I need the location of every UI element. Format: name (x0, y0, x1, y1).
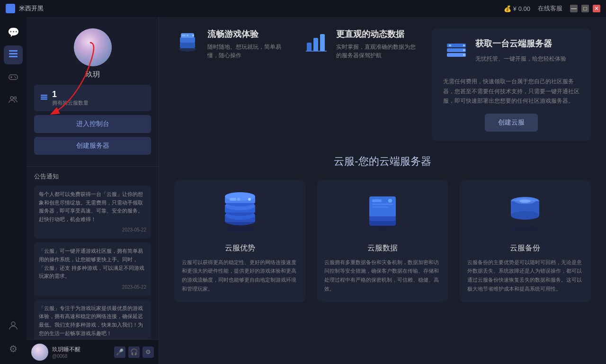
right-box-icon (443, 38, 470, 66)
username: 玖玥 (86, 70, 100, 79)
card-data: 云服数据 云服拥有多重数据备份和灾备机制，数据加密和访问控制等安全措施，确保客户… (317, 180, 448, 303)
svg-point-9 (14, 97, 17, 99)
sidebar-item-server[interactable] (4, 45, 23, 64)
team-icon (8, 94, 18, 107)
maximize-btn[interactable]: □ (581, 5, 589, 12)
right-box-desc: 无需任何费用，快速领取一台属于您自己的社区服务器，您甚至不需要任何技术支持，只需… (443, 77, 579, 106)
stats-icon (40, 93, 48, 103)
stats-card: 1 拥有的云服数量 (34, 85, 151, 111)
create-server-btn[interactable]: 创建服务器 (34, 137, 151, 155)
svg-rect-15 (180, 42, 195, 48)
app-logo (6, 4, 15, 13)
announcement-title: 公告通知 (34, 172, 151, 181)
app-body: 💬 (0, 17, 606, 364)
mic-icon: 🎤 (116, 348, 124, 355)
svg-rect-19 (187, 35, 188, 36)
svg-rect-13 (41, 98, 47, 100)
svg-point-29 (463, 44, 465, 46)
online-service-btn[interactable]: 在线客服 (538, 4, 562, 13)
game-icon (8, 71, 18, 84)
user-section: 玖玥 1 拥有的云服数量 进入控制台 创建服务器 (27, 17, 159, 167)
svg-point-10 (11, 322, 15, 326)
stats-label: 拥有的云服数量 (52, 99, 145, 107)
card-title-2: 云服数据 (324, 243, 440, 253)
right-feature-box: 获取一台云端服务器 无忧托管、一键开服，给您轻松体验 无需任何费用，快速领取一台… (432, 28, 591, 141)
titlebar-left: 米西开黑 (6, 4, 44, 13)
card-desc-2: 云服拥有多重数据备份和灾备机制，数据加密和访问控制等安全措施，确保客户数据在传输… (324, 258, 440, 293)
titlebar-right: 💰 ¥ 0.00 在线客服 — □ ✕ (504, 4, 600, 13)
svg-rect-23 (320, 34, 325, 51)
sidebar-icons: 💬 (0, 17, 27, 364)
feature-desc-2: 实时掌握，直观准确的数据为您的服务器保驾护航 (336, 43, 417, 60)
enter-console-btn[interactable]: 进入控制台 (34, 115, 151, 133)
card-advantage: 云服优势 云服可以获得更高的稳定性、更好的网络连接速度和更强大的硬件性能，提供更… (174, 180, 305, 303)
bottom-user-bar: 玖玥睡不醒 @0068 🎤 🎧 ⚙ (27, 339, 159, 364)
wallet-amount: ¥ 0.00 (513, 5, 530, 12)
avatar[interactable] (74, 28, 112, 66)
bottom-uid: @0068 (52, 354, 110, 359)
gear-icon: ⚙ (145, 348, 151, 355)
card-icon-wrapper-3 (467, 189, 583, 237)
features-row: 流畅游戏体验 随时随地、想玩就玩，简单易懂，随心操作 (174, 28, 591, 141)
headphone-btn[interactable]: 🎧 (128, 346, 140, 358)
mic-btn[interactable]: 🎤 (114, 346, 125, 358)
svg-rect-11 (41, 95, 47, 96)
svg-point-6 (14, 76, 15, 77)
svg-point-58 (519, 199, 531, 203)
svg-point-32 (225, 225, 255, 232)
svg-rect-28 (449, 44, 451, 46)
svg-rect-2 (9, 56, 18, 57)
svg-rect-51 (372, 206, 389, 208)
settings-btn[interactable]: ⚙ (143, 346, 154, 358)
svg-rect-0 (9, 50, 18, 52)
server-list-icon (8, 49, 18, 62)
card-title-1: 云服优势 (182, 243, 298, 253)
svg-point-31 (463, 54, 465, 56)
feature-text-1: 流畅游戏体验 随时随地、想玩就玩，简单易懂，随心操作 (207, 28, 288, 60)
bottom-user-info: 玖玥睡不醒 @0068 (52, 346, 110, 359)
app-name: 米西开黑 (19, 4, 44, 13)
sidebar-item-team[interactable] (4, 91, 23, 110)
announcement-content-3: 「云服」专注于为游戏玩家提供最优质的游戏体验，拥有高速和稳定的网络连接，确保延迟… (39, 304, 146, 337)
data-icon (303, 28, 330, 55)
profile-icon (8, 320, 18, 333)
announcement-section: 公告通知 每个人都可以免费获得一台「云服」让你的想象和创意尽情绽放。无需费用，只… (27, 167, 159, 339)
sidebar-item-chat[interactable]: 💬 (4, 23, 23, 42)
announcement-item-3: 「云服」专注于为游戏玩家提供最优质的游戏体验，拥有高速和稳定的网络连接，确保延迟… (34, 300, 151, 339)
sidebar-item-profile[interactable] (4, 317, 23, 336)
svg-rect-18 (182, 35, 186, 36)
sidebar-item-settings[interactable]: ⚙ (4, 339, 23, 358)
announcement-date-1: 2023-05-22 (39, 226, 146, 234)
smooth-gaming-icon (174, 28, 201, 55)
left-panel: 玖玥 1 拥有的云服数量 进入控制台 创建服务器 公告通知 (27, 17, 159, 364)
card-icon-wrapper-1 (182, 189, 298, 237)
close-btn[interactable]: ✕ (593, 5, 600, 12)
announcement-content-2: 「云服」可一键开通游戏社区服，拥有简单易用的操作系统，让您能够更快上手。同时，「… (39, 247, 146, 280)
announcement-date-2: 2023-05-22 (39, 284, 146, 291)
wallet-icon: 💰 (504, 5, 511, 12)
wallet-btn[interactable]: 💰 ¥ 0.00 (504, 5, 530, 12)
card-desc-1: 云服可以获得更高的稳定性、更好的网络连接速度和更强大的硬件性能，提供更好的游戏体… (182, 258, 298, 293)
svg-rect-43 (237, 198, 240, 201)
chat-icon: 💬 (8, 27, 19, 38)
right-box-title: 获取一台云端服务器 (475, 38, 566, 49)
svg-point-30 (463, 49, 465, 51)
svg-rect-1 (9, 53, 18, 54)
feature-title-2: 更直观的动态数据 (336, 28, 417, 40)
minimize-btn[interactable]: — (570, 5, 578, 12)
avatar-image (74, 28, 112, 66)
main-content: 流畅游戏体验 随时随地、想玩就玩，简单易懂，随心操作 (159, 17, 606, 364)
announcement-content-1: 每个人都可以免费获得一台「云服」让你的想象和创意尽情绽放。无需费用，只需动手领取… (39, 190, 146, 223)
stats-content: 1 拥有的云服数量 (52, 89, 145, 107)
svg-point-44 (248, 198, 251, 201)
create-cloud-btn[interactable]: 创建云服 (485, 114, 538, 132)
bottom-controls: 🎤 🎧 ⚙ (114, 346, 154, 358)
card-title-3: 云服备份 (467, 243, 583, 253)
right-box-subtitle: 无忧托管、一键开服，给您轻松体验 (475, 54, 566, 63)
sidebar-item-game[interactable] (4, 68, 23, 87)
right-box-titles: 获取一台云端服务器 无忧托管、一键开服，给您轻松体验 (475, 38, 566, 71)
svg-point-20 (192, 35, 194, 36)
svg-rect-3 (9, 75, 18, 80)
svg-point-7 (15, 77, 16, 78)
svg-rect-22 (313, 38, 318, 51)
